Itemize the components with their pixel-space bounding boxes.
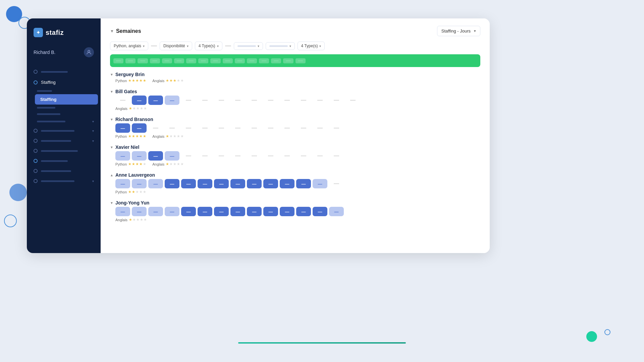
jongyong-cell-13[interactable]: — [313,207,327,216]
filter-disponibilite[interactable]: Disponibilité ▾ [160,42,192,50]
jongyong-cell-10[interactable]: — [263,207,278,216]
bill-cell-15[interactable]: — [345,96,360,105]
anne-cell-14[interactable]: — [329,179,344,188]
xavier-cell-5[interactable]: — [181,151,196,161]
anne-cell-6[interactable]: — [198,179,212,188]
richard-cell-3[interactable]: — [148,123,163,133]
anne-cell-8[interactable]: — [230,179,245,188]
anne-cell-10[interactable]: — [263,179,278,188]
richard-cell-13[interactable]: — [313,123,327,133]
jongyong-cell-6[interactable]: — [198,207,212,216]
xavier-cell-8[interactable]: — [230,151,245,161]
person-header-bill[interactable]: ▼ Bill Gates [110,85,480,96]
sidebar-item-6[interactable] [27,166,101,176]
anne-cell-12[interactable]: — [296,179,311,188]
bill-cell-3[interactable]: — [148,96,163,105]
richard-cell-10[interactable]: — [263,123,278,133]
jongyong-cell-5[interactable]: — [181,207,196,216]
filter-bar-1[interactable]: ▾ [234,42,263,50]
jongyong-cell-3[interactable]: — [148,207,163,216]
xavier-cell-11[interactable]: — [280,151,294,161]
serguey-skill-python: Python ★ ★ ★ ★ ★ [115,78,146,83]
bill-cell-7[interactable]: — [214,96,229,105]
richard-cell-5[interactable]: — [181,123,196,133]
xavier-cell-12[interactable]: — [296,151,311,161]
richard-cell-6[interactable]: — [198,123,212,133]
xavier-cell-3[interactable]: — [148,151,163,161]
sidebar-sub-item-3[interactable] [34,111,101,117]
jongyong-cell-8[interactable]: — [230,207,245,216]
bill-cell-1[interactable]: — [115,96,130,105]
richard-cell-8[interactable]: — [230,123,245,133]
person-header-xavier[interactable]: ▼ Xavier Niel [110,141,480,151]
user-avatar[interactable] [84,47,94,57]
xavier-cell-1[interactable]: — [115,151,130,161]
xavier-cell-9[interactable]: — [247,151,262,161]
anne-cell-5[interactable]: — [181,179,196,188]
sidebar-item-3[interactable]: ▾ [27,136,101,146]
bill-cell-2[interactable]: — [132,96,147,105]
richard-cell-11[interactable]: — [280,123,294,133]
filter-types-1[interactable]: 4 Type(s) ▾ [195,42,222,50]
bill-cell-13[interactable]: — [313,96,327,105]
sidebar-item-staffing[interactable]: Staffing [27,77,101,88]
jongyong-cell-11[interactable]: — [280,207,294,216]
bill-cell-8[interactable]: — [230,96,245,105]
xavier-cell-14[interactable]: — [329,151,344,161]
richard-cell-9[interactable]: — [247,123,262,133]
bill-cell-5[interactable]: — [181,96,196,105]
bill-cell-6[interactable]: — [198,96,212,105]
richard-cell-4[interactable]: — [165,123,179,133]
bill-cell-11[interactable]: — [280,96,294,105]
anne-cell-4[interactable]: — [165,179,179,188]
bill-cell-4[interactable]: — [165,96,179,105]
jongyong-cell-1[interactable]: — [115,207,130,216]
filter-bar-2[interactable]: ▾ [266,42,295,50]
sidebar-sub-item-1[interactable] [34,88,101,94]
filter-types-2[interactable]: 4 Type(s) ▾ [298,42,325,50]
jongyong-cell-14[interactable]: — [329,207,344,216]
jongyong-cell-2[interactable]: — [132,207,147,216]
sidebar-sub-item-2[interactable] [34,105,101,111]
xavier-cell-7[interactable]: — [214,151,229,161]
sidebar-sub-item-4[interactable]: ▾ [34,117,101,126]
staffing-type-dropdown[interactable]: Staffing - Jours ▾ [437,26,480,36]
anne-cell-2[interactable]: — [132,179,147,188]
person-header-serguey[interactable]: ▼ Serguey Brin [110,68,480,78]
richard-cell-7[interactable]: — [214,123,229,133]
anne-cell-9[interactable]: — [247,179,262,188]
person-header-anne[interactable]: ▲ Anne Lauvergeon [110,169,480,179]
week-chip-11: ── [235,58,245,63]
xavier-cell-2[interactable]: — [132,151,147,161]
anne-cell-1[interactable]: — [115,179,130,188]
bill-cell-9[interactable]: — [247,96,262,105]
sidebar-item-1[interactable] [27,67,101,77]
bill-cell-10[interactable]: — [263,96,278,105]
jongyong-cell-7[interactable]: — [214,207,229,216]
jongyong-cell-12[interactable]: — [296,207,311,216]
anne-cell-13[interactable]: — [313,179,327,188]
richard-cell-1[interactable]: — [115,123,130,133]
bill-cell-14[interactable]: — [329,96,344,105]
anne-cell-3[interactable]: — [148,179,163,188]
sidebar-sub-item-staffing-active[interactable]: Staffing [35,94,98,105]
sidebar-item-4[interactable] [27,146,101,156]
sidebar-item-5[interactable] [27,156,101,166]
person-header-jongyong[interactable]: ▼ Jong-Yong Yun [110,197,480,207]
xavier-cell-6[interactable]: — [198,151,212,161]
bill-cell-12[interactable]: — [296,96,311,105]
jongyong-cell-9[interactable]: — [247,207,262,216]
anne-cell-11[interactable]: — [280,179,294,188]
richard-cell-2[interactable]: — [132,123,147,133]
jongyong-cell-4[interactable]: — [165,207,179,216]
richard-cell-12[interactable]: — [296,123,311,133]
person-header-richard[interactable]: ▼ Richard Branson [110,113,480,123]
sidebar-item-7[interactable]: ▾ [27,176,101,186]
filter-skills[interactable]: Python, anglais ▾ [110,42,148,50]
richard-cell-14[interactable]: — [329,123,344,133]
anne-cell-7[interactable]: — [214,179,229,188]
xavier-cell-13[interactable]: — [313,151,327,161]
xavier-cell-4[interactable]: — [165,151,179,161]
xavier-cell-10[interactable]: — [263,151,278,161]
sidebar-item-2[interactable]: ▾ [27,126,101,136]
